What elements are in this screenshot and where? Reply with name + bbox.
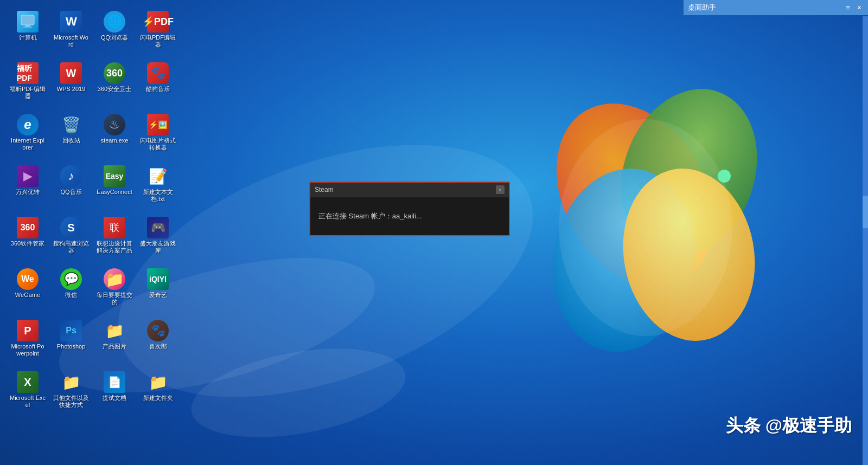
wanxing-label: 万兴优转 (16, 189, 40, 196)
shanda-label: 盛大朋友游戏库 (140, 240, 176, 254)
excel-label: Microsoft Excel (10, 395, 46, 409)
icon-qqmusic[interactable]: ♪ QQ音乐 (52, 163, 91, 211)
fusu-pdf-icon-img: 福昕PDF (17, 62, 39, 84)
svg-rect-9 (23, 27, 32, 28)
newfile-icon-img: 📝 (147, 165, 169, 187)
qqmusic-icon-img: ♪ (60, 165, 82, 187)
steam-icon-img: ♨ (104, 114, 125, 135)
icon-kugo[interactable]: 🐾 酷狗音乐 (138, 60, 177, 108)
weixin-label: 微信 (65, 292, 77, 299)
icon-qq-browser[interactable]: 🌐 QQ浏览器 (95, 8, 134, 57)
icon-steam[interactable]: ♨ steam.exe (95, 111, 134, 160)
svg-rect-8 (25, 25, 30, 27)
icon-computer[interactable]: 计算机 (8, 8, 47, 57)
icon-iqiyi[interactable]: iQIYI 爱奇艺 (138, 266, 177, 314)
icon-wps[interactable]: W WPS 2019 (52, 60, 91, 108)
ie-icon-img: e (17, 114, 39, 135)
toolbar-close-btn[interactable]: × (855, 3, 864, 12)
icon-excel[interactable]: X Microsoft Excel (8, 369, 47, 417)
tianyi-icon-img: 📄 (104, 371, 125, 393)
wegame-label: WeGame (15, 292, 40, 299)
weixin-icon-img: 💬 (60, 268, 82, 290)
flash-img-icon-img: ⚡🖼️ (147, 114, 169, 135)
icon-photoshop[interactable]: Ps Photoshop (52, 317, 91, 366)
svg-point-5 (718, 170, 731, 183)
svg-point-4 (559, 119, 732, 336)
easyconn-label: EasyConnect (97, 189, 132, 196)
steam-label: steam.exe (101, 137, 129, 144)
icon-ie[interactable]: e Internet Explorer (8, 111, 47, 160)
wps-icon-img: W (60, 62, 82, 84)
desktop: 桌面助手 ≡ × 计算机 W Microsoft Word 🌐 QQ浏览器 ⚡P… (0, 0, 868, 465)
toolbar-menu-btn[interactable]: ≡ (844, 3, 852, 12)
photoshop-icon-img: Ps (60, 320, 82, 341)
steam-message-text: 正在连接 Steam 帐户：aa_kaili... (318, 211, 422, 221)
folder-icon-img: 📁 (104, 320, 125, 341)
game2-icon-img: 🐾 (147, 320, 169, 341)
icon-recycle[interactable]: 🗑️ 回收站 (52, 111, 91, 160)
folder-products-label: 产品图片 (103, 343, 126, 350)
wanxing-icon-img: ▶ (17, 165, 39, 187)
lianxiang-icon-img: 联 (104, 217, 125, 238)
icon-360soft[interactable]: 360 360软件管家 (8, 214, 47, 263)
windows-logo (515, 87, 787, 369)
360-icon-img: 360 (104, 62, 125, 84)
icon-word[interactable]: W Microsoft Word (52, 8, 91, 57)
icon-sougou[interactable]: S 搜狗高速浏览器 (52, 214, 91, 263)
computer-icon-img (17, 11, 39, 33)
tianyi-label: 提试文档 (103, 395, 126, 402)
files-label: 其他文件以及快捷方式 (53, 395, 89, 409)
360soft-label: 360软件管家 (11, 240, 44, 247)
right-scrollbar[interactable] (863, 16, 868, 465)
icon-wegame[interactable]: We WeGame (8, 266, 47, 314)
sougou-label: 搜狗高速浏览器 (53, 240, 89, 254)
excel-icon-img: X (17, 371, 39, 393)
meitu-icon-img: 📁 (104, 268, 125, 290)
flash-pdf-icon-img: ⚡PDF (147, 11, 169, 33)
icon-lianxiang[interactable]: 联 联想边缘计算解决方案产品 (95, 214, 134, 263)
qqmusic-label: QQ音乐 (60, 189, 81, 196)
desktop-icons-grid: 计算机 W Microsoft Word 🌐 QQ浏览器 ⚡PDF 闪电PDF编… (5, 5, 182, 420)
360-label: 360安全卫士 (98, 86, 131, 93)
easyconn-icon-img: Easy (104, 165, 125, 187)
icon-easyconn[interactable]: Easy EasyConnect (95, 163, 134, 211)
icon-flash-pdf[interactable]: ⚡PDF 闪电PDF编辑器 (138, 8, 177, 57)
steam-close-button[interactable]: × (496, 185, 505, 194)
icon-newfolder[interactable]: 📁 新建文件夹 (138, 369, 177, 417)
steam-titlebar: Steam × (310, 183, 509, 197)
icon-files[interactable]: 📁 其他文件以及快捷方式 (52, 369, 91, 417)
sougou-icon-img: S (60, 217, 82, 238)
icon-folder-products[interactable]: 📁 产品图片 (95, 317, 134, 366)
icon-shanda[interactable]: 🎮 盛大朋友游戏库 (138, 214, 177, 263)
photoshop-label: Photoshop (57, 343, 86, 350)
kugo-icon-img: 🐾 (147, 62, 169, 84)
word-icon-img: W (60, 11, 82, 33)
icon-360[interactable]: 360 360安全卫士 (95, 60, 134, 108)
fusu-pdf-label: 福昕PDF编辑器 (10, 86, 46, 100)
icon-fusu-pdf[interactable]: 福昕PDF 福昕PDF编辑器 (8, 60, 47, 108)
wegame-icon-img: We (17, 268, 39, 290)
game2-label: 兽次郎 (149, 343, 167, 350)
iqiyi-label: 爱奇艺 (149, 292, 167, 299)
icon-mspp[interactable]: P Microsoft Powerpoint (8, 317, 47, 366)
icon-flash-img[interactable]: ⚡🖼️ 闪电图片格式转换器 (138, 111, 177, 160)
flash-pdf-label: 闪电PDF编辑器 (140, 34, 176, 48)
icon-newfile[interactable]: 📝 新建文本文档.txt (138, 163, 177, 211)
icon-wanxing[interactable]: ▶ 万兴优转 (8, 163, 47, 211)
mspp-icon-img: P (17, 320, 39, 341)
icon-tianyi[interactable]: 📄 提试文档 (95, 369, 134, 417)
scrollbar-thumb[interactable] (863, 196, 868, 228)
icon-weixin[interactable]: 💬 微信 (52, 266, 91, 314)
steam-dialog-title: Steam (315, 186, 334, 193)
icon-meitu[interactable]: 📁 每日要要提交的 (95, 266, 134, 314)
wps-label: WPS 2019 (57, 86, 86, 93)
newfile-label: 新建文本文档.txt (140, 189, 176, 203)
steam-content: 正在连接 Steam 帐户：aa_kaili... (310, 197, 509, 235)
toolbar-title: 桌面助手 (688, 3, 716, 12)
desktop-assistant-toolbar: 桌面助手 ≡ × (684, 0, 868, 15)
lianxiang-label: 联想边缘计算解决方案产品 (97, 240, 132, 254)
files-icon-img: 📁 (60, 371, 82, 393)
meitu-label: 每日要要提交的 (97, 292, 132, 306)
icon-game2[interactable]: 🐾 兽次郎 (138, 317, 177, 366)
ie-label: Internet Explorer (10, 137, 46, 151)
